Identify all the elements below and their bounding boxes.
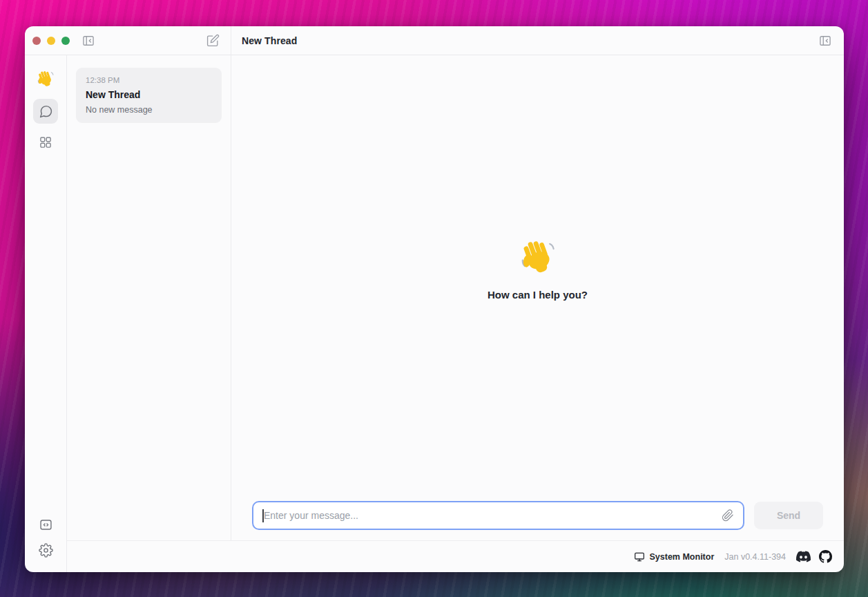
thread-title: New Thread xyxy=(86,89,212,100)
status-bar: System Monitor Jan v0.4.11-394 xyxy=(67,540,844,572)
paperclip-icon xyxy=(722,509,734,522)
social-links xyxy=(796,549,832,564)
thread-list-panel: 12:38 PM New Thread No new message xyxy=(67,55,231,540)
system-monitor-button[interactable]: System Monitor xyxy=(634,551,715,562)
titlebar-left-zone xyxy=(25,26,231,55)
panels-row: 12:38 PM New Thread No new message How c… xyxy=(67,55,844,540)
github-icon xyxy=(819,550,832,563)
wave-hand-emoji xyxy=(518,237,558,277)
hub-nav-button[interactable] xyxy=(33,130,58,155)
thread-time: 12:38 PM xyxy=(86,76,212,84)
settings-gear-icon xyxy=(39,543,53,558)
greeting-text: How can I help you? xyxy=(488,289,588,301)
attach-file-button[interactable] xyxy=(722,509,734,522)
close-window-button[interactable] xyxy=(32,37,41,45)
wave-hand-logo-icon xyxy=(36,69,55,88)
text-caret xyxy=(262,509,264,522)
thread-list-item[interactable]: 12:38 PM New Thread No new message xyxy=(76,68,222,123)
titlebar: New Thread xyxy=(25,26,844,55)
activity-rail xyxy=(25,55,67,572)
collapse-right-panel-icon xyxy=(818,34,832,48)
app-version: Jan v0.4.11-394 xyxy=(724,552,786,562)
composer: Send xyxy=(231,501,844,540)
zoom-window-button[interactable] xyxy=(61,37,70,45)
send-button[interactable]: Send xyxy=(754,502,823,529)
local-api-server-icon xyxy=(39,518,53,532)
local-api-server-button[interactable] xyxy=(37,516,54,533)
message-input[interactable] xyxy=(253,510,743,521)
page-title: New Thread xyxy=(242,35,297,46)
system-monitor-label: System Monitor xyxy=(650,552,715,562)
collapse-left-panel-icon xyxy=(81,34,95,48)
titlebar-main-zone: New Thread xyxy=(231,26,844,55)
collapse-right-panel-button[interactable] xyxy=(817,32,833,49)
chat-threads-icon xyxy=(39,104,53,119)
threads-nav-button[interactable] xyxy=(33,99,58,124)
discord-link[interactable] xyxy=(796,549,811,564)
jan-app-window: New Thread xyxy=(25,26,844,572)
new-thread-button[interactable] xyxy=(204,32,221,49)
right-column: 12:38 PM New Thread No new message How c… xyxy=(67,55,844,572)
traffic-lights xyxy=(32,37,70,45)
github-link[interactable] xyxy=(819,550,832,563)
collapse-left-panel-button[interactable] xyxy=(80,32,97,49)
settings-button[interactable] xyxy=(37,542,54,558)
empty-state: How can I help you? xyxy=(231,55,844,501)
monitor-icon xyxy=(634,551,645,562)
new-thread-icon xyxy=(206,34,220,47)
message-input-wrap xyxy=(252,501,744,530)
hub-grid-icon xyxy=(39,135,52,149)
rail-bottom-zone xyxy=(37,516,54,558)
thread-subtitle: No new message xyxy=(86,105,212,115)
discord-icon xyxy=(796,549,811,564)
minimize-window-button[interactable] xyxy=(47,37,55,45)
app-body: 12:38 PM New Thread No new message How c… xyxy=(25,55,844,572)
chat-main: How can I help you? Send xyxy=(231,55,844,540)
